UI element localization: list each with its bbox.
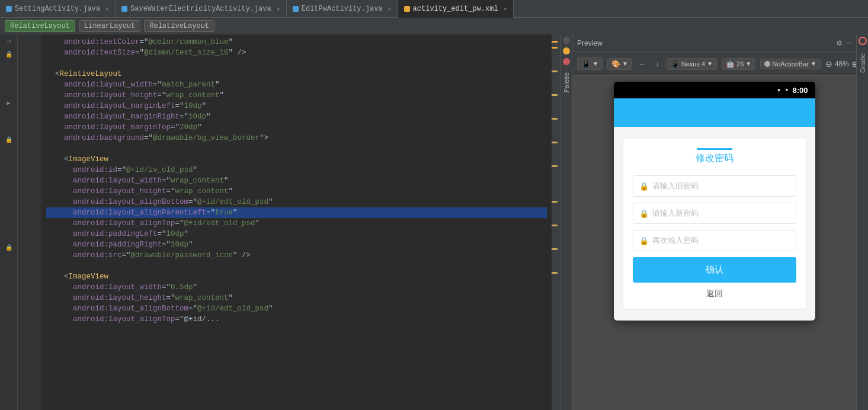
java-icon: [121, 6, 127, 12]
lock-icon-3: 🔒: [639, 236, 648, 245]
layout-bar: RelativeLayout LinearLayout RelativeLayo…: [0, 18, 868, 34]
confirm-button[interactable]: 确认: [633, 257, 796, 283]
layout-tag-relative2[interactable]: RelativeLayout: [144, 20, 214, 32]
device-icon-small: 📱: [671, 60, 680, 68]
tab-bar: SettingActivity.java ✕ SaveWaterElectric…: [0, 0, 868, 18]
layout-tag-relative1[interactable]: RelativeLayout: [5, 20, 75, 32]
code-line: android:layout_alignTop="@+id/edt_old_ps…: [46, 218, 547, 229]
user-avatar-icon[interactable]: [859, 37, 867, 45]
scroll-mark-4: [552, 94, 558, 96]
code-line: android:layout_height="wrap_content": [46, 90, 547, 101]
main-area: ◁ 🔒 ▶ 🔒 🔒 android:textColor="@color/comm…: [0, 34, 868, 410]
phone-mockup: ▾ ▪ 8:00 修改密码: [614, 82, 815, 321]
code-line: android:layout_height="wrap_content": [46, 186, 547, 197]
code-line: android:paddingLeft="10dp": [46, 229, 547, 239]
code-line: android:layout_alignBottom="@+id/edt_old…: [46, 197, 547, 207]
old-pw-placeholder: 请输入旧密码: [652, 181, 699, 191]
theme-icon-btn[interactable]: 🎨 ▼: [607, 58, 632, 70]
code-content[interactable]: android:textColor="@color/common_blue" a…: [41, 34, 552, 410]
tab-close-icon[interactable]: ✕: [105, 5, 109, 12]
code-line: android:layout_height="wrap_content": [46, 293, 547, 303]
tab-label: SettingActivity.java: [15, 5, 100, 13]
code-line: <RelativeLayout: [46, 69, 547, 79]
code-line: android:id="@+id/iv_old_psd": [46, 165, 547, 175]
device-name-btn[interactable]: 📱 Nexus 4 ▼: [667, 58, 717, 70]
scroll-mark-7: [552, 165, 558, 167]
gutter-bookmark: ◁: [4, 37, 14, 46]
phone-content: 修改密码 🔒 请输入旧密码 🔒 请输入新密码: [614, 127, 815, 321]
scroll-mark-10: [552, 248, 558, 250]
code-line: android:layout_marginRight="10dp": [46, 111, 547, 122]
tab-close-icon[interactable]: ✕: [504, 5, 507, 12]
preview-header: Preview ⚙ —: [572, 34, 856, 52]
palette-color3: [563, 58, 570, 65]
left-gutter: ◁ 🔒 ▶ 🔒 🔒: [0, 34, 18, 410]
scroll-mark-2: [552, 47, 558, 49]
api-label: 26: [736, 60, 744, 68]
code-line: android:textColor="@color/common_blue": [46, 37, 547, 47]
code-line: android:paddingRight="10dp": [46, 239, 547, 250]
java-icon: [6, 6, 12, 12]
tab-close-icon[interactable]: ✕: [277, 5, 280, 12]
gutter-lock1: 🔒: [4, 50, 14, 59]
tab-setting-activity[interactable]: SettingActivity.java ✕: [0, 0, 116, 18]
scroll-mark-3: [552, 71, 558, 72]
code-line: [46, 58, 547, 69]
chevron-down-icon: ▼: [811, 60, 816, 67]
password-card: 修改密码 🔒 请输入旧密码 🔒 请输入新密码: [623, 139, 806, 309]
chevron-down-icon: ▼: [707, 60, 713, 67]
phone-status-bar: ▾ ▪ 8:00: [614, 82, 815, 98]
right-gutter: [552, 34, 560, 410]
code-line: android:layout_alignTop="@+id/...: [46, 314, 547, 325]
zoom-out-btn[interactable]: ⊖: [825, 59, 832, 69]
preview-canvas: ▾ ▪ 8:00 修改密码: [572, 76, 856, 410]
move-up-btn[interactable]: ↕: [654, 59, 662, 69]
card-title: 修改密码: [696, 152, 734, 165]
minimize-icon[interactable]: —: [847, 38, 851, 48]
scroll-mark-11: [552, 272, 558, 274]
code-line: android:src="@drawable/password_icon" />: [46, 250, 547, 261]
xml-icon: [404, 6, 410, 12]
palette-color2: [563, 47, 570, 55]
code-line: android:textSize="@dimen/text_size_16" /…: [46, 47, 547, 58]
move-left-btn[interactable]: ←: [637, 59, 649, 69]
preview-toolbar: 📱 ▼ 🎨 ▼ ← ↕ 📱 Nexus 4 ▼ 🤖 26 ▼: [572, 52, 856, 76]
code-line: android:background="@drawable/bg_view_bo…: [46, 133, 547, 143]
scroll-mark-5: [552, 118, 558, 120]
code-line: android:layout_alignBottom="@+id/edt_old…: [46, 303, 547, 314]
tab-label: SaveWaterElectricityActivity.java: [130, 5, 271, 13]
tab-close-icon[interactable]: ✕: [388, 5, 392, 12]
code-line: <ImageView: [46, 271, 547, 282]
preview-title: Preview: [577, 39, 603, 47]
api-btn[interactable]: 🤖 26 ▼: [722, 58, 755, 70]
zoom-label: 48%: [835, 60, 849, 68]
tab-edit-pw-java[interactable]: EditPwActivity.java ✕: [287, 0, 398, 18]
palette-tab-label[interactable]: Palette: [563, 72, 570, 92]
phone-icon: 📱: [581, 59, 591, 68]
confirm-password-input[interactable]: 🔒 再次输入密码: [633, 230, 796, 251]
scroll-mark-1: [552, 41, 558, 43]
device-icon-btn[interactable]: 📱 ▼: [577, 57, 603, 70]
settings-icon[interactable]: ⚙: [837, 38, 841, 48]
gradle-tab-label[interactable]: Gradle: [859, 53, 866, 73]
scroll-mark-8: [552, 201, 558, 203]
tab-save-water[interactable]: SaveWaterElectricityActivity.java ✕: [116, 0, 287, 18]
phone-app-bar: [614, 98, 815, 127]
layout-tag-linear[interactable]: LinearLayout: [79, 20, 140, 32]
signal-icon: ▪: [784, 86, 789, 94]
new-password-input[interactable]: 🔒 请输入新密码: [633, 203, 796, 224]
theme-btn[interactable]: NoActionBar ▼: [760, 59, 821, 69]
theme-label: NoActionBar: [772, 60, 809, 68]
chevron-down-icon: ▼: [745, 60, 751, 67]
theme-circle-icon: [764, 61, 770, 67]
code-line: android:layout_width="wrap_content": [46, 175, 547, 186]
tab-activity-xml[interactable]: activity_edit_pw.xml ✕: [398, 0, 514, 18]
tab-label: activity_edit_pw.xml: [413, 5, 498, 13]
code-line: [46, 261, 547, 271]
old-password-input[interactable]: 🔒 请输入旧密码: [633, 175, 796, 197]
lock-icon-2: 🔒: [639, 209, 648, 217]
back-button[interactable]: 返回: [633, 289, 796, 299]
gutter-lock3: 🔒: [4, 243, 14, 252]
code-editor[interactable]: android:textColor="@color/common_blue" a…: [18, 34, 552, 410]
code-line: android:layout_marginTop="20dp": [46, 122, 547, 133]
